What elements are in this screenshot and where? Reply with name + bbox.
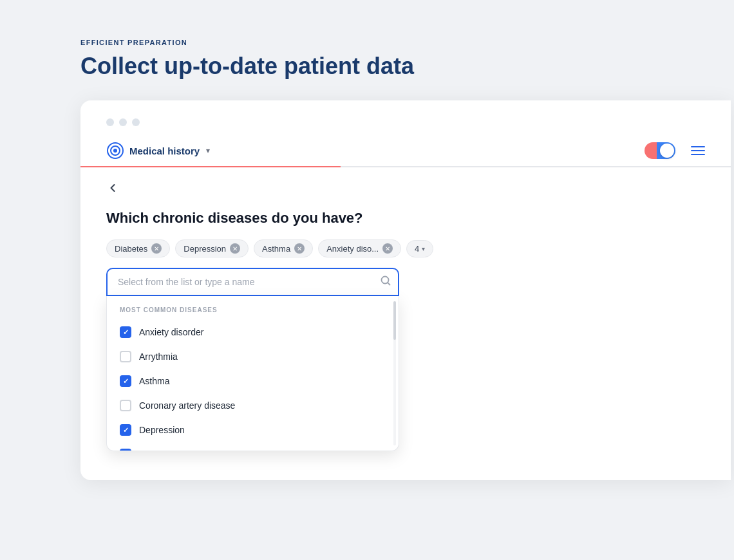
tag-close-icon[interactable]: ✕ [151, 243, 162, 254]
search-icon[interactable] [380, 275, 391, 289]
question-text: Which chronic diseases do you have? [106, 210, 705, 227]
item-label: Asthma [139, 376, 169, 386]
back-button[interactable] [106, 179, 124, 197]
dropdown-section-label: MOST COMMON DISEASES [107, 306, 399, 320]
checkbox[interactable] [120, 424, 131, 436]
section-label: Medical history [129, 145, 200, 156]
tag-close-icon[interactable]: ✕ [382, 243, 393, 254]
item-label: Diabetes [139, 449, 174, 451]
page-background: EFFICIENT PREPARATION Collect up-to-date… [0, 0, 734, 560]
checkbox[interactable] [120, 351, 131, 362]
dropdown-item[interactable]: Asthma [107, 369, 399, 393]
item-label: Depression [139, 425, 185, 435]
search-input[interactable] [106, 268, 399, 296]
checkbox[interactable] [120, 449, 131, 451]
tag-label: Diabetes [115, 244, 147, 254]
menu-line-2 [691, 150, 705, 151]
item-label: Anxiety disorder [139, 327, 203, 337]
count-chevron-icon: ▾ [422, 245, 425, 252]
divider [106, 162, 705, 171]
search-dropdown-container: MOST COMMON DISEASES Anxiety disorder Ar… [106, 268, 705, 451]
item-label: Coronary artery disease [139, 400, 235, 411]
hamburger-menu-icon[interactable] [691, 146, 705, 155]
dropdown-item[interactable]: Anxiety disorder [107, 320, 399, 344]
tag-anxiety[interactable]: Anxiety diso... ✕ [318, 239, 401, 257]
back-arrow-icon [106, 182, 119, 194]
dropdown-item[interactable]: Diabetes [107, 442, 399, 451]
item-label: Arrythmia [139, 351, 178, 362]
dropdown-item[interactable]: Arrythmia [107, 344, 399, 369]
dropdown-inner: MOST COMMON DISEASES Anxiety disorder Ar… [107, 296, 399, 451]
window-dots [106, 118, 705, 126]
search-container [106, 268, 399, 296]
tag-label: Depression [184, 244, 226, 254]
dot-3 [132, 118, 140, 126]
dropdown-item[interactable]: Depression [107, 418, 399, 442]
dot-1 [106, 118, 114, 126]
toggle-knob [660, 144, 674, 158]
dot-2 [119, 118, 127, 126]
tag-close-icon[interactable]: ✕ [294, 243, 305, 254]
scroll-thumb [393, 301, 396, 340]
eyebrow-label: EFFICIENT PREPARATION [80, 39, 734, 46]
card: Medical history ▾ Whic [80, 100, 731, 480]
divider-line [80, 166, 731, 167]
section-icon [106, 142, 124, 160]
tag-label: Anxiety diso... [326, 244, 379, 254]
dropdown-item[interactable]: Coronary artery disease [107, 393, 399, 418]
section-selector[interactable]: Medical history ▾ [106, 142, 210, 160]
tags-row: Diabetes ✕Depression ✕Asthma ✕Anxiety di… [106, 239, 705, 257]
tag-close-icon[interactable]: ✕ [230, 243, 240, 254]
tag-label: Asthma [262, 244, 290, 254]
tag-depression[interactable]: Depression ✕ [175, 239, 249, 257]
checkbox[interactable] [120, 326, 131, 338]
count-badge[interactable]: 4 ▾ [406, 240, 433, 257]
count-value: 4 [415, 244, 419, 254]
top-bar: Medical history ▾ [106, 142, 705, 160]
svg-point-3 [382, 277, 389, 284]
menu-line-1 [691, 146, 705, 147]
dropdown: MOST COMMON DISEASES Anxiety disorder Ar… [106, 296, 399, 451]
toggle-area[interactable] [645, 142, 675, 159]
toggle-switch[interactable] [645, 142, 675, 159]
checkbox[interactable] [120, 400, 131, 411]
tag-diabetes[interactable]: Diabetes ✕ [106, 239, 170, 257]
scroll-track [393, 301, 396, 445]
menu-line-3 [691, 154, 705, 155]
svg-point-2 [113, 149, 117, 153]
page-title: Collect up-to-date patient data [80, 53, 734, 80]
checkbox[interactable] [120, 375, 131, 387]
chevron-down-icon: ▾ [206, 146, 210, 155]
tag-asthma[interactable]: Asthma ✕ [254, 239, 313, 257]
